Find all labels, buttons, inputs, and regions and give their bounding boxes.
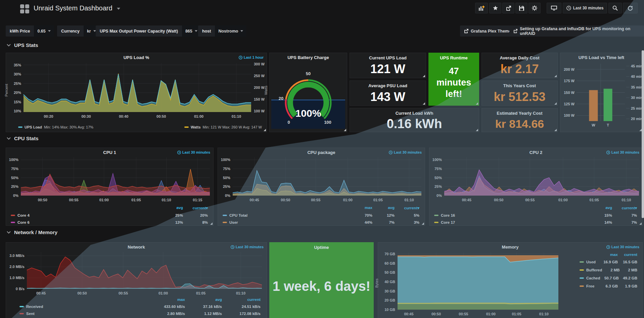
panel-average-daily-cost[interactable]: Average Daily Cost kr 2.17	[481, 53, 558, 78]
section-network-memory[interactable]: Network / Memory	[7, 229, 57, 235]
time-badge[interactable]: Last 30 minutes	[606, 150, 639, 154]
legend-row[interactable]: Cached50.7 GB49.2 GB	[580, 274, 637, 282]
panel-ups-load[interactable]: UPS Load % Last 1 hour Percent Watts 00:…	[6, 53, 267, 132]
settings-button[interactable]	[528, 3, 541, 13]
time-badge[interactable]: Last 30 minutes	[389, 150, 422, 154]
stat-title: Average PSU Load	[368, 83, 407, 88]
panel-ups-runtime[interactable]: UPS Runtime 47 minutes left!	[428, 53, 479, 106]
svg-text:00:50: 00:50	[494, 198, 503, 202]
panel-ups-load-vs-time[interactable]: UPS Load vs Time left 200 W175 W150 W125…	[560, 53, 643, 132]
svg-text:20 min: 20 min	[631, 117, 642, 121]
panel-estimated-yearly-cost[interactable]: Estimated Yearly Cost kr 814.66	[481, 108, 558, 132]
memory-chart[interactable]: 00:4500:5000:5501:0001:0501:1070 GB60 GB…	[378, 250, 561, 318]
panel-memory[interactable]: Memory Last 30 minutes Bytes 00:4500:500…	[378, 242, 643, 318]
svg-text:100%: 100%	[432, 158, 442, 162]
filter-host[interactable]: host Nostromo	[198, 25, 246, 37]
time-badge[interactable]: Last 30 minutes	[606, 245, 639, 249]
time-range-picker[interactable]: Last 30 minutes	[563, 3, 607, 13]
legend-row[interactable]: Sent2.80 MB/s1.12 MB/s172.08 kB/s	[19, 310, 261, 317]
svg-text:200 W: 200 W	[564, 67, 574, 71]
section-ups-stats[interactable]: UPS Stats	[7, 42, 38, 48]
add-panel-button[interactable]	[475, 3, 488, 13]
time-badge[interactable]: Last 30 minutes	[231, 245, 264, 249]
cycle-view-button[interactable]	[547, 3, 561, 13]
svg-text:175 W: 175 W	[564, 79, 574, 83]
stat-title: UPS Runtime	[440, 55, 467, 60]
external-link-icon	[513, 29, 517, 33]
chart-legend: maxcurrent Used16.9 GB16.5 GB Buffered2 …	[580, 253, 637, 290]
chevron-down-icon	[7, 137, 11, 140]
legend-row[interactable]: Core 425%20%	[11, 212, 208, 219]
svg-text:20 GB: 20 GB	[384, 298, 395, 302]
save-button[interactable]	[515, 3, 527, 13]
panel-cpu2[interactable]: CPU 2 Last 30 minutes 00:4500:5000:5501:…	[429, 148, 643, 226]
gear-icon	[532, 5, 537, 11]
ups-load-chart[interactable]: 00:2000:3000:4000:5001:0001:1035%30%25%2…	[6, 60, 267, 121]
section-cpu-stats[interactable]: CPU Stats	[7, 136, 39, 141]
stat-title: Current Load kWh	[396, 111, 433, 116]
legend-row[interactable]: Core 1714%7%	[434, 219, 637, 226]
panel-this-years-cost[interactable]: This Years Cost kr 512.53	[481, 81, 558, 106]
refresh-button[interactable]	[623, 3, 638, 13]
svg-text:250 W: 250 W	[254, 74, 265, 78]
legend-row[interactable]: Buffered2 MB2 MB	[580, 266, 637, 274]
scrollbar[interactable]	[642, 50, 644, 218]
panel-uptime[interactable]: Uptime 1 week, 6 days!	[269, 242, 374, 318]
load-vs-time-bars: 200 W175 W150 W125 W100 W45 min40 min35 …	[560, 60, 642, 129]
star-button[interactable]	[489, 3, 501, 13]
cpu-package-chart[interactable]: 00:4500:5000:5501:0001:0501:10100%75%50%…	[218, 155, 425, 204]
svg-text:70 GB: 70 GB	[384, 252, 395, 256]
chart-legend: avgcurrent▾ Core 1615%7% Core 1714%7%	[434, 206, 637, 226]
cpu2-chart[interactable]: 00:4500:5000:5501:0001:0501:10100%75%50%…	[429, 155, 643, 204]
svg-text:25%: 25%	[434, 184, 442, 189]
filter-label: UPS Max Output Power Capacity (Watt)	[96, 29, 182, 34]
link-grafana-plex-theme[interactable]: Grafana Plex Theme	[460, 25, 515, 37]
svg-text:01:10: 01:10	[162, 198, 171, 202]
legend-row[interactable]: Used16.9 GB16.5 GB	[580, 258, 637, 266]
time-badge[interactable]: Last 30 minutes	[177, 150, 210, 154]
stat-value: 143 W	[370, 88, 405, 105]
legend-row[interactable]: Core 1615%7%	[434, 212, 637, 219]
svg-text:01:15: 01:15	[193, 198, 202, 202]
svg-text:25 min: 25 min	[631, 106, 642, 110]
svg-text:35%: 35%	[14, 63, 21, 67]
filter-currency[interactable]: Currency kr	[57, 25, 99, 37]
link-setup-guide[interactable]: Setting up Grafana and InfluxDB for UPS …	[509, 25, 644, 37]
panel-cpu1[interactable]: CPU 1 Last 30 minutes 00:5000:5501:0001:…	[6, 148, 214, 226]
panel-ups-battery-gauge[interactable]: UPS Battery Charge 02050100100%	[269, 53, 347, 132]
legend-row[interactable]: Core 613%8%	[11, 219, 208, 226]
panel-current-ups-load[interactable]: Current UPS Load 121 W	[350, 53, 426, 78]
filter-kwh-price[interactable]: kWh Price 0.65	[6, 25, 54, 37]
cpu1-chart[interactable]: 00:5000:5501:0001:0501:1001:15100%75%50%…	[6, 155, 214, 204]
filter-ups-max-output[interactable]: UPS Max Output Power Capacity (Watt) 865	[96, 25, 201, 37]
svg-text:0 B/s: 0 B/s	[16, 287, 25, 291]
grafana-logo[interactable]	[20, 4, 30, 14]
time-range-label: Last 30 minutes	[573, 6, 604, 10]
panel-current-load-kwh[interactable]: Current Load kWh 0.16 kWh	[350, 108, 479, 132]
panel-average-psu-load[interactable]: Average PSU Load 143 W	[350, 81, 426, 106]
svg-text:75%: 75%	[434, 167, 442, 171]
star-icon	[493, 6, 498, 11]
legend-row[interactable]: Received433.60 kB/s37.16 kB/s24.51 kB/s	[19, 303, 261, 310]
svg-text:10 GB: 10 GB	[384, 308, 395, 312]
svg-text:60 GB: 60 GB	[384, 261, 395, 265]
svg-text:25%: 25%	[14, 82, 21, 86]
filter-value: Nostromo	[218, 29, 238, 34]
monitor-icon	[551, 6, 557, 11]
legend-row[interactable]: CPU Total70%12%5%	[223, 212, 419, 219]
svg-text:01:10: 01:10	[622, 198, 631, 202]
legend-row[interactable]: Free6.3 GB1.9 GB	[580, 282, 637, 290]
svg-text:00:45: 00:45	[250, 198, 259, 202]
share-button[interactable]	[502, 3, 514, 13]
svg-text:01:00: 01:00	[158, 291, 168, 295]
search-button[interactable]	[608, 3, 622, 13]
time-badge[interactable]: Last 1 hour	[239, 55, 264, 59]
network-chart[interactable]: 00:4500:5000:5501:0001:0501:103.0 MB/s2.…	[6, 250, 267, 297]
svg-text:01:00: 01:00	[194, 114, 203, 118]
svg-text:300 W: 300 W	[254, 62, 265, 66]
dashboard-title-dropdown[interactable]: Unraid System Dashboard	[34, 4, 120, 12]
panel-network[interactable]: Network Last 30 minutes 00:4500:5000:550…	[6, 242, 267, 318]
legend-row[interactable]: User44%7%3%	[223, 219, 419, 226]
svg-text:01:00: 01:00	[486, 312, 496, 316]
panel-cpu-package[interactable]: CPU package Last 30 minutes 00:4500:5000…	[218, 148, 425, 226]
